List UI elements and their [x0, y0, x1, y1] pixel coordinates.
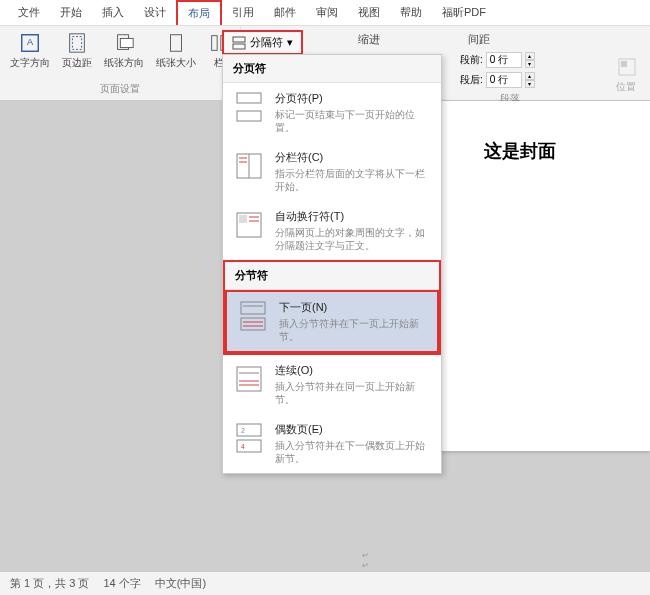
page-title-text: 这是封面 — [484, 139, 556, 163]
before-input[interactable] — [486, 52, 522, 68]
even-page-item[interactable]: 24 偶数页(E)插入分节符并在下一偶数页上开始新节。 — [223, 414, 441, 473]
item-desc: 标记一页结束与下一页开始的位置。 — [275, 108, 431, 134]
page-break-item[interactable]: 分页符(P)标记一页结束与下一页开始的位置。 — [223, 83, 441, 142]
orientation-button[interactable]: 纸张方向 — [100, 30, 148, 72]
text-wrap-item[interactable]: 自动换行符(T)分隔网页上的对象周围的文字，如分隔题注文字与正文。 — [223, 201, 441, 260]
margins-button[interactable]: 页边距 — [58, 30, 96, 72]
item-desc: 分隔网页上的对象周围的文字，如分隔题注文字与正文。 — [275, 226, 431, 252]
svg-text:4: 4 — [241, 443, 245, 450]
orientation-label: 纸张方向 — [104, 56, 144, 70]
item-title: 自动换行符(T) — [275, 209, 431, 224]
margins-icon — [66, 32, 88, 54]
item-desc: 插入分节符并在同一页上开始新节。 — [275, 380, 431, 406]
menu-insert[interactable]: 插入 — [92, 1, 134, 24]
text-wrap-icon — [233, 209, 265, 241]
orientation-icon — [113, 32, 135, 54]
spacing-before-spinner[interactable]: 段前: ▴▾ — [460, 52, 535, 68]
svg-rect-25 — [241, 318, 265, 330]
spinner-arrows[interactable]: ▴▾ — [525, 52, 535, 68]
page-setup-group: A 文字方向 页边距 纸张方向 纸张大小 栏 页面设置 — [0, 26, 241, 100]
text-direction-label: 文字方向 — [10, 56, 50, 70]
position-button[interactable]: 位置 — [616, 56, 638, 94]
menu-file[interactable]: 文件 — [8, 1, 50, 24]
svg-rect-28 — [237, 367, 261, 391]
svg-rect-9 — [233, 37, 245, 42]
breaks-button[interactable]: 分隔符 ▾ — [222, 30, 303, 55]
text-direction-button[interactable]: A 文字方向 — [6, 30, 54, 72]
svg-rect-3 — [72, 37, 81, 50]
spacing-label: 间距 — [468, 32, 490, 47]
menu-design[interactable]: 设计 — [134, 1, 176, 24]
statusbar: 第 1 页，共 3 页 14 个字 中文(中国) — [0, 571, 650, 595]
menu-mailings[interactable]: 邮件 — [264, 1, 306, 24]
item-desc: 插入分节符并在下一页上开始新节。 — [279, 317, 427, 343]
item-title: 连续(O) — [275, 363, 431, 378]
menu-foxit[interactable]: 福昕PDF — [432, 1, 496, 24]
svg-text:2: 2 — [241, 427, 245, 434]
continuous-item[interactable]: 连续(O)插入分节符并在同一页上开始新节。 — [223, 355, 441, 414]
menu-layout[interactable]: 布局 — [176, 0, 222, 25]
item-desc: 指示分栏符后面的文字将从下一栏开始。 — [275, 167, 431, 193]
spinner-arrows[interactable]: ▴▾ — [525, 72, 535, 88]
size-button[interactable]: 纸张大小 — [152, 30, 200, 72]
svg-rect-14 — [237, 111, 261, 121]
menu-review[interactable]: 审阅 — [306, 1, 348, 24]
after-label: 段后: — [460, 73, 483, 87]
menu-home[interactable]: 开始 — [50, 1, 92, 24]
page-setup-group-label: 页面设置 — [100, 82, 140, 96]
svg-rect-23 — [241, 302, 265, 314]
item-title: 分页符(P) — [275, 91, 431, 106]
spacing-after-spinner[interactable]: 段后: ▴▾ — [460, 72, 535, 88]
page-break-icon — [233, 91, 265, 123]
next-page-item[interactable]: 下一页(N)插入分节符并在下一页上开始新节。 — [225, 290, 439, 353]
menu-help[interactable]: 帮助 — [390, 1, 432, 24]
item-title: 分栏符(C) — [275, 150, 431, 165]
svg-rect-6 — [171, 35, 182, 52]
indent-label: 缩进 — [358, 32, 380, 47]
page-breaks-header: 分页符 — [223, 55, 441, 83]
svg-rect-7 — [212, 36, 218, 51]
breaks-label: 分隔符 — [250, 35, 283, 50]
item-title: 下一页(N) — [279, 300, 427, 315]
even-page-icon: 24 — [233, 422, 265, 454]
column-break-icon — [233, 150, 265, 182]
svg-rect-12 — [621, 61, 627, 67]
size-icon — [165, 32, 187, 54]
word-count[interactable]: 14 个字 — [103, 576, 140, 591]
svg-rect-13 — [237, 93, 261, 103]
menu-view[interactable]: 视图 — [348, 1, 390, 24]
chevron-down-icon: ▾ — [287, 36, 293, 49]
menubar: 文件 开始 插入 设计 布局 引用 邮件 审阅 视图 帮助 福昕PDF — [0, 0, 650, 26]
page-info[interactable]: 第 1 页，共 3 页 — [10, 576, 89, 591]
svg-rect-10 — [233, 44, 245, 49]
language-indicator[interactable]: 中文(中国) — [155, 576, 206, 591]
breaks-icon — [232, 36, 246, 50]
item-desc: 插入分节符并在下一偶数页上开始新节。 — [275, 439, 431, 465]
next-page-icon — [237, 300, 269, 332]
svg-text:A: A — [27, 37, 34, 47]
margins-label: 页边距 — [62, 56, 92, 70]
position-icon — [616, 56, 638, 78]
menu-references[interactable]: 引用 — [222, 1, 264, 24]
item-title: 偶数页(E) — [275, 422, 431, 437]
breaks-dropdown: 分页符 分页符(P)标记一页结束与下一页开始的位置。 分栏符(C)指示分栏符后面… — [222, 54, 442, 474]
text-direction-icon: A — [19, 32, 41, 54]
position-label: 位置 — [616, 80, 638, 94]
continuous-icon — [233, 363, 265, 395]
svg-rect-20 — [239, 215, 247, 223]
column-break-item[interactable]: 分栏符(C)指示分栏符后面的文字将从下一栏开始。 — [223, 142, 441, 201]
size-label: 纸张大小 — [156, 56, 196, 70]
before-label: 段前: — [460, 53, 483, 67]
section-breaks-header: 分节符 — [225, 262, 439, 290]
svg-rect-5 — [120, 38, 133, 47]
after-input[interactable] — [486, 72, 522, 88]
